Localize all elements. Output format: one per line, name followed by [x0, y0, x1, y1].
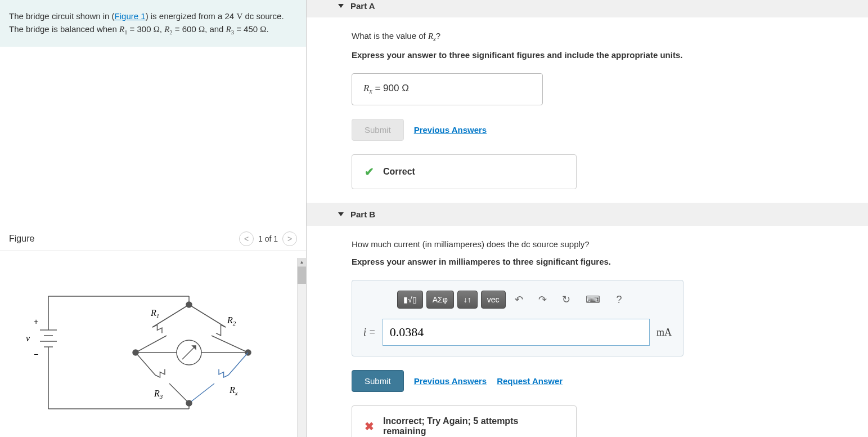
svg-line-10	[136, 336, 167, 353]
part-b-body: How much current (in milliamperes) does …	[329, 226, 845, 437]
keyboard-button[interactable]: ⌨	[580, 291, 606, 309]
part-a-header[interactable]: Part A	[307, 0, 868, 17]
caret-down-icon	[338, 4, 344, 8]
right-panel: Part A What is the value of Rx? Express …	[307, 0, 868, 437]
reset-button[interactable]: ↻	[556, 291, 577, 309]
svg-text:v: v	[26, 333, 30, 343]
svg-text:R2: R2	[227, 315, 236, 327]
part-b-unit: mA	[656, 327, 672, 338]
svg-line-21	[169, 384, 189, 403]
part-b-title: Part B	[350, 209, 375, 219]
part-b-submit-button[interactable]: Submit	[352, 370, 404, 392]
svg-text:R1: R1	[150, 308, 159, 319]
equation-editor: ▮√▯ ΑΣφ ↓↑ vec ↶ ↷ ↻ ⌨ ? i = mA	[352, 280, 683, 356]
vec-button[interactable]: vec	[481, 291, 506, 309]
figure-count: 1 of 1	[258, 234, 278, 243]
equation-toolbar: ▮√▯ ΑΣφ ↓↑ vec ↶ ↷ ↻ ⌨ ?	[397, 291, 672, 309]
problem-statement: The bridge circuit shown in (Figure 1) i…	[0, 0, 306, 47]
part-b-instruction: Express your answer in milliamperes to t…	[352, 257, 845, 266]
part-b-answer-input[interactable]	[383, 319, 650, 346]
help-button[interactable]: ?	[609, 291, 629, 309]
svg-text:+: +	[34, 317, 38, 326]
part-b-request-answer-link[interactable]: Request Answer	[497, 376, 563, 386]
checkmark-icon: ✔	[365, 165, 374, 179]
figure-scrollbar[interactable]: ▲	[297, 258, 306, 437]
updown-button[interactable]: ↓↑	[457, 291, 478, 309]
part-b-feedback: ✖ Incorrect; Try Again; 5 attempts remai…	[352, 405, 577, 437]
svg-line-20	[136, 353, 155, 375]
part-a-feedback: ✔ Correct	[352, 154, 577, 189]
figure-next-button[interactable]: >	[282, 231, 297, 246]
part-a-body: What is the value of Rx? Express your an…	[329, 17, 845, 203]
part-a-title: Part A	[350, 1, 375, 11]
svg-text:R3: R3	[154, 389, 163, 400]
svg-line-23	[189, 384, 214, 403]
part-a-question: What is the value of Rx?	[352, 31, 845, 42]
undo-button[interactable]: ↶	[509, 291, 529, 309]
part-a-previous-answers-link[interactable]: Previous Answers	[414, 125, 487, 135]
left-panel: The bridge circuit shown in (Figure 1) i…	[0, 0, 307, 437]
figure-header: Figure < 1 of 1 >	[0, 227, 306, 251]
figure-link[interactable]: Figure 1	[115, 11, 146, 21]
figure-prev-button[interactable]: <	[239, 231, 254, 246]
caret-down-icon	[338, 212, 344, 216]
part-a-submit-button[interactable]: Submit	[352, 119, 404, 141]
xmark-icon: ✖	[365, 420, 374, 433]
redo-button[interactable]: ↷	[533, 291, 553, 309]
circuit-diagram: + v − R1 R2 R3 Rx	[9, 262, 268, 420]
figure-nav: < 1 of 1 >	[239, 231, 297, 246]
svg-line-13	[212, 336, 248, 353]
part-a-instruction: Express your answer to three significant…	[352, 50, 845, 60]
part-a-answer-box: Rx = 900 Ω	[352, 73, 543, 105]
part-b-question: How much current (in milliamperes) does …	[352, 239, 845, 249]
part-b-header[interactable]: Part B	[307, 203, 868, 226]
svg-text:Rx: Rx	[229, 385, 238, 396]
part-b-input-label: i =	[363, 327, 376, 338]
figure-title: Figure	[9, 234, 34, 244]
part-a-feedback-text: Correct	[383, 167, 415, 177]
greek-button[interactable]: ΑΣφ	[426, 291, 454, 309]
part-b-feedback-text: Incorrect; Try Again; 5 attempts remaini…	[383, 416, 564, 436]
svg-line-22	[228, 353, 248, 375]
figure-image: + v − R1 R2 R3 Rx	[0, 251, 306, 433]
svg-text:−: −	[34, 350, 38, 359]
svg-line-17	[182, 346, 196, 359]
svg-line-12	[189, 305, 226, 327]
figure-section: Figure < 1 of 1 >	[0, 227, 306, 433]
part-b-previous-answers-link[interactable]: Previous Answers	[414, 376, 487, 386]
template-button[interactable]: ▮√▯	[397, 291, 423, 309]
